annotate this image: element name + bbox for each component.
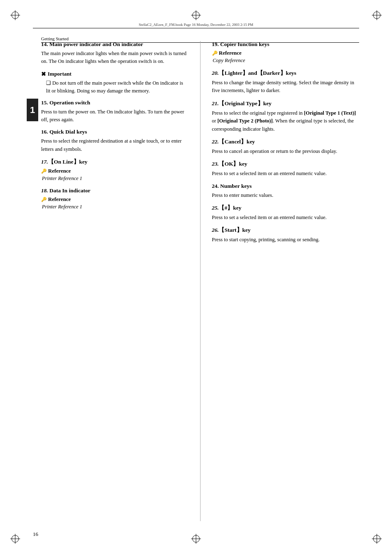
- section-19-reference: 🔑 Reference Copy Reference: [212, 50, 360, 65]
- section-20: 20.【Lighter】and【Darker】keys Press to cha…: [212, 69, 360, 95]
- reg-mark-top-right: [373, 12, 380, 19]
- section-18-title: 18. Data In indicator: [41, 187, 189, 194]
- content-area: 14. Main power indicator and On indicato…: [33, 41, 359, 521]
- section-18-reference: 🔑 Reference Printer Reference 1: [41, 196, 189, 211]
- reference-icon-17: 🔑: [41, 169, 47, 174]
- section-16-body: Press to select the registered destinati…: [41, 137, 189, 153]
- section-20-title: 20.【Lighter】and【Darker】keys: [212, 69, 360, 77]
- important-body: Do not turn off the main power switch wh…: [41, 79, 189, 95]
- reference-body-17: Printer Reference 1: [41, 174, 189, 182]
- reg-mark-top-mid: [192, 12, 200, 19]
- section-25-title: 25.【#】key: [212, 204, 360, 212]
- section-15-body: Press to turn the power on. The On indic…: [41, 108, 189, 124]
- reference-title-17: 🔑 Reference: [41, 168, 189, 174]
- section-17: 17.【On Line】key 🔑 Reference Printer Refe…: [41, 158, 189, 182]
- bold-text-1: [Original Type 1 (Text)]: [304, 110, 356, 116]
- section-23-title: 23.【OK】key: [212, 160, 360, 168]
- section-26-title: 26.【Start】key: [212, 226, 360, 234]
- section-19-title: 19. Copier function keys: [212, 41, 360, 48]
- section-16-title: 16. Quick Dial keys: [41, 129, 189, 135]
- section-18: 18. Data In indicator 🔑 Reference Printe…: [41, 187, 189, 211]
- section-14-title: 14. Main power indicator and On indicato…: [41, 41, 189, 48]
- reg-mark-top-left: [12, 12, 19, 19]
- important-title: ✖ Important: [41, 71, 189, 78]
- reference-body-19: Copy Reference: [212, 56, 360, 65]
- reference-body-18: Printer Reference 1: [41, 203, 189, 211]
- reference-title-18: 🔑 Reference: [41, 196, 189, 203]
- reg-mark-bottom-right: [373, 535, 380, 542]
- section-17-title: 17.【On Line】key: [41, 158, 189, 166]
- left-column: 14. Main power indicator and On indicato…: [33, 41, 189, 521]
- section-24-title: 24. Number keys: [212, 183, 360, 189]
- page-number: 16: [33, 531, 38, 538]
- right-column: 19. Copier function keys 🔑 Reference Cop…: [212, 41, 360, 521]
- section-21: 21.【Original Type】key Press to select th…: [212, 100, 360, 133]
- section-20-body: Press to change the image density settin…: [212, 79, 360, 95]
- bold-text-2: [Original Type 2 (Photo)]: [217, 118, 273, 124]
- section-24: 24. Number keys Press to enter numeric v…: [212, 183, 360, 199]
- reference-icon-18: 🔑: [41, 197, 47, 202]
- section-26: 26.【Start】key Press to start copying, pr…: [212, 226, 360, 244]
- section-14: 14. Main power indicator and On indicato…: [41, 41, 189, 66]
- section-22-body: Press to cancel an operation or return t…: [212, 148, 360, 155]
- section-15-title: 15. Operation switch: [41, 99, 189, 106]
- section-25: 25.【#】key Press to set a selected item o…: [212, 204, 360, 222]
- page-header: StellaC2_AEzen_F_FM.book Page 16 Monday,…: [33, 23, 359, 28]
- reference-title-19: 🔑 Reference: [212, 50, 360, 56]
- important-box: ✖ Important Do not turn off the main pow…: [41, 71, 189, 95]
- section-22-title: 22.【Cancel】key: [212, 138, 360, 145]
- section-17-reference: 🔑 Reference Printer Reference 1: [41, 168, 189, 182]
- column-divider: [200, 41, 201, 521]
- reg-mark-bottom-left: [12, 535, 19, 542]
- section-19: 19. Copier function keys 🔑 Reference Cop…: [212, 41, 360, 65]
- reg-mark-bottom-mid: [192, 535, 200, 542]
- section-label: Getting Started: [41, 36, 69, 41]
- section-22: 22.【Cancel】key Press to cancel an operat…: [212, 138, 360, 155]
- important-icon: ✖: [41, 71, 46, 78]
- section-24-body: Press to enter numeric values.: [212, 192, 360, 199]
- reference-icon-19: 🔑: [212, 51, 218, 56]
- section-21-body: Press to select the original type regist…: [212, 109, 360, 133]
- section-21-title: 21.【Original Type】key: [212, 100, 360, 107]
- section-14-body: The main power indicator lights when the…: [41, 50, 189, 66]
- section-23: 23.【OK】key Press to set a selected item …: [212, 160, 360, 178]
- section-15: 15. Operation switch Press to turn the p…: [41, 99, 189, 124]
- section-26-body: Press to start copying, printing, scanni…: [212, 236, 360, 244]
- section-25-body: Press to set a selected item or an enter…: [212, 214, 360, 222]
- section-23-body: Press to set a selected item or an enter…: [212, 170, 360, 178]
- section-16: 16. Quick Dial keys Press to select the …: [41, 129, 189, 153]
- file-info: StellaC2_AEzen_F_FM.book Page 16 Monday,…: [33, 23, 359, 27]
